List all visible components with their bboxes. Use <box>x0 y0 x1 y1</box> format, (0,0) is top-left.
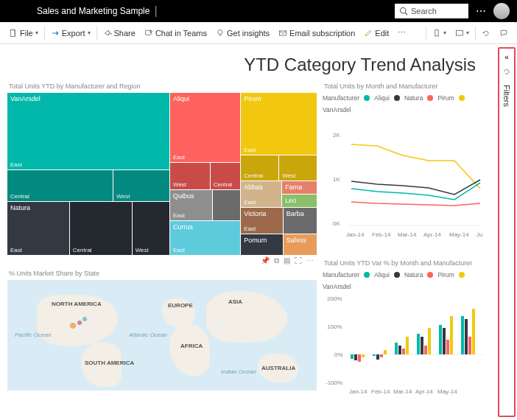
svg-rect-43 <box>450 316 453 354</box>
reset-icon[interactable] <box>502 67 511 76</box>
file-menu[interactable]: File▾ <box>4 22 43 43</box>
email-icon <box>278 29 287 38</box>
svg-text:100%: 100% <box>327 323 342 330</box>
svg-line-1 <box>405 13 407 15</box>
svg-rect-26 <box>358 354 361 362</box>
map-body: NORTH AMERICA SOUTH AMERICA EUROPE AFRIC… <box>7 280 317 391</box>
export-menu[interactable]: Export▾ <box>46 22 95 43</box>
teams-icon <box>144 29 153 38</box>
visual-title: Total Units YTD Var % by Month and Manuf… <box>323 258 490 270</box>
share-icon <box>103 29 112 38</box>
svg-point-5 <box>218 29 222 34</box>
more-actions[interactable]: ⋯ <box>393 22 410 43</box>
svg-rect-36 <box>417 334 420 354</box>
report-canvas: YTD Category Trend Analysis Total Units … <box>0 44 498 420</box>
svg-rect-45 <box>465 319 468 354</box>
svg-rect-38 <box>424 346 427 354</box>
app-topbar: Sales and Marketing Sample | Search ⋯ <box>0 0 517 22</box>
filters-label: Filters <box>502 85 511 107</box>
visual-title: Total Units YTD by Manufacturer and Regi… <box>7 81 317 93</box>
svg-rect-33 <box>398 346 401 354</box>
refresh-button[interactable] <box>477 22 495 43</box>
legend: Manufacturer Aliqui Natura Pirum VanArsd… <box>323 270 490 292</box>
search-input[interactable]: Search <box>395 4 468 18</box>
report-name: Sales and Marketing Sample <box>37 6 150 16</box>
svg-rect-37 <box>421 337 423 354</box>
filters-pane[interactable]: « Filters <box>498 47 516 417</box>
svg-text:0%: 0% <box>334 351 343 358</box>
focus-icon[interactable]: ⛶ <box>295 256 302 265</box>
svg-rect-25 <box>354 354 357 360</box>
legend: Manufacturer Aliqui Natura Pirum VanArsd… <box>323 93 490 115</box>
bar-chart-svg: 200% 100% 0% -100% <box>323 292 490 395</box>
svg-rect-40 <box>439 325 442 354</box>
svg-rect-27 <box>362 354 365 357</box>
insights-button[interactable]: Get insights <box>211 22 274 43</box>
svg-text:200%: 200% <box>327 295 342 302</box>
svg-rect-41 <box>443 328 446 354</box>
visual-title: Total Units by Month and Manufacturer <box>323 81 490 93</box>
svg-rect-47 <box>472 309 475 354</box>
refresh-icon <box>482 29 490 38</box>
file-icon <box>9 29 18 38</box>
svg-rect-28 <box>373 354 376 356</box>
svg-text:Apr-14: Apr-14 <box>415 388 434 395</box>
svg-text:Mar-14: Mar-14 <box>398 231 417 238</box>
svg-rect-34 <box>402 349 405 354</box>
view-button[interactable]: ▾ <box>451 22 474 43</box>
svg-text:Jan-14: Jan-14 <box>349 388 367 395</box>
svg-rect-31 <box>384 350 387 354</box>
lightbulb-icon <box>216 29 225 38</box>
export-icon <box>51 29 60 38</box>
more-button[interactable]: ⋯ <box>476 5 486 17</box>
page-title: YTD Category Trend Analysis <box>7 52 490 81</box>
svg-rect-44 <box>461 316 464 354</box>
svg-rect-8 <box>457 30 463 35</box>
edit-button[interactable]: Edit <box>359 22 393 43</box>
svg-rect-46 <box>468 337 471 354</box>
pin-icon[interactable]: 📌 <box>261 256 270 265</box>
linechart-visual[interactable]: Total Units by Month and Manufacturer Ma… <box>323 81 490 255</box>
line-chart-svg: 2K 1K 0K Jan-14 Feb-14 Mar-14 Apr-14 May… <box>323 115 490 248</box>
svg-rect-29 <box>376 354 379 360</box>
copy-icon[interactable]: ⧉ <box>274 256 279 265</box>
collapse-icon[interactable]: « <box>504 53 509 61</box>
svg-point-0 <box>401 8 407 14</box>
svg-text:Ju: Ju <box>476 231 482 238</box>
svg-text:Feb-14: Feb-14 <box>372 231 391 238</box>
more-icon[interactable]: ⋯ <box>306 256 314 265</box>
view-icon <box>455 29 464 38</box>
barchart-visual[interactable]: Total Units YTD Var % by Month and Manuf… <box>323 258 490 398</box>
visual-title: % Units Market Share by State <box>7 268 317 280</box>
bookmark-icon <box>432 29 441 38</box>
svg-text:1K: 1K <box>333 176 340 183</box>
svg-rect-24 <box>351 354 354 359</box>
toolbar: File▾ Export▾ Share Chat in Teams Get in… <box>0 22 517 44</box>
avatar[interactable] <box>493 3 510 19</box>
email-button[interactable]: Email subscription <box>274 22 359 43</box>
comment-icon <box>499 29 508 38</box>
search-icon <box>399 7 408 15</box>
pencil-icon <box>364 29 373 38</box>
visual-actions: 📌 ⧉ ▤ ⛶ ⋯ <box>261 256 314 265</box>
treemap-visual[interactable]: Total Units YTD by Manufacturer and Regi… <box>7 81 317 255</box>
share-button[interactable]: Share <box>99 22 140 43</box>
filter-icon[interactable]: ▤ <box>284 256 290 265</box>
svg-text:Jan-14: Jan-14 <box>346 231 365 238</box>
svg-text:0K: 0K <box>333 220 340 227</box>
svg-rect-30 <box>380 354 383 357</box>
svg-text:Mar-14: Mar-14 <box>393 388 412 395</box>
bookmark-button[interactable]: ▾ <box>428 22 451 43</box>
svg-text:May-14: May-14 <box>437 388 457 395</box>
svg-rect-32 <box>395 343 398 354</box>
svg-text:-100%: -100% <box>326 379 342 386</box>
svg-rect-35 <box>406 337 409 354</box>
svg-rect-39 <box>428 328 431 354</box>
comment-button[interactable] <box>495 22 513 43</box>
svg-text:Apr-14: Apr-14 <box>423 231 442 238</box>
svg-text:May-14: May-14 <box>449 231 469 238</box>
svg-text:Feb-14: Feb-14 <box>371 388 390 395</box>
map-visual[interactable]: % Units Market Share by State NORTH AMER… <box>7 268 317 398</box>
chat-teams-button[interactable]: Chat in Teams <box>140 22 211 43</box>
svg-text:2K: 2K <box>333 132 340 139</box>
